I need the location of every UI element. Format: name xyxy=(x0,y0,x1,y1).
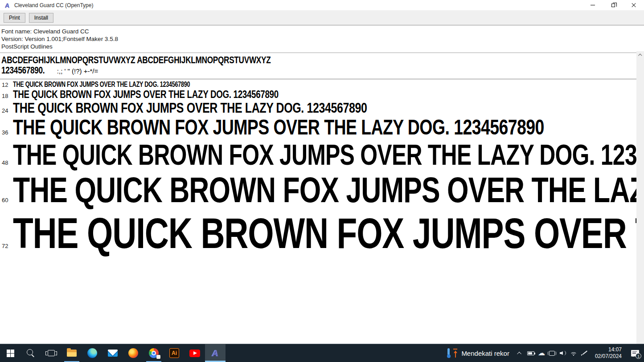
taskbar-mail[interactable] xyxy=(103,344,123,362)
tray-battery[interactable] xyxy=(525,344,536,362)
illustrator-icon: Ai xyxy=(169,348,179,358)
weather-widget[interactable]: Mendekati rekor xyxy=(441,344,515,362)
sample-size-label: 48 xyxy=(1,159,13,166)
sample-row: 36 THE QUICK BROWN FOX JUMPS OVER THE LA… xyxy=(1,116,636,139)
taskbar-empty-space xyxy=(226,344,441,362)
charset-digits-symbols: 1234567890.:,; ' " (!?) +-*/= xyxy=(1,65,636,76)
restore-icon xyxy=(611,4,615,7)
sample-row: 18 THE QUICK BROWN FOX JUMPS OVER THE LA… xyxy=(1,89,636,100)
taskbar-illustrator[interactable]: Ai xyxy=(164,344,185,362)
sample-row: 72 THE QUICK BROWN FOX JUMPS OVER THE LA… xyxy=(1,210,636,257)
toolbar: Print Install xyxy=(0,10,644,25)
action-center-button[interactable]: 1 xyxy=(626,344,644,362)
sample-row: 60 THE QUICK BROWN FOX JUMPS OVER THE LA… xyxy=(1,171,636,210)
print-button[interactable]: Print xyxy=(4,13,25,23)
font-version-line: Version: Version 1.001;Fontself Maker 3.… xyxy=(1,35,636,43)
taskbar: Ai A Mendekati rekor ☁ 14:07 02/07/2024 … xyxy=(0,344,644,362)
restore-button[interactable] xyxy=(603,0,623,10)
taskbar-clock[interactable]: 14:07 02/07/2024 xyxy=(590,344,626,362)
battery-icon xyxy=(527,351,534,355)
record-arrow-icon xyxy=(453,349,457,358)
sample-size-label: 72 xyxy=(1,243,13,249)
sample-size-label: 12 xyxy=(1,81,13,88)
start-button[interactable] xyxy=(0,344,21,362)
tray-wifi[interactable] xyxy=(568,344,579,362)
charset-symbols: :,; ' " (!?) +-*/= xyxy=(57,67,98,75)
titlebar: A Cleveland Guard CC (OpenType) xyxy=(0,0,644,10)
install-button[interactable]: Install xyxy=(29,13,53,23)
taskbar-file-explorer[interactable] xyxy=(62,344,82,362)
window-title: Cleveland Guard CC (OpenType) xyxy=(14,2,582,8)
separator xyxy=(0,53,636,53)
sample-row: 48 THE QUICK BROWN FOX JUMPS OVER THE LA… xyxy=(1,139,636,171)
sample-size-label: 36 xyxy=(1,129,13,136)
scroll-up-icon xyxy=(638,53,642,57)
sample-size-label: 18 xyxy=(1,93,13,99)
vertical-scrollbar[interactable] xyxy=(636,51,644,344)
tray-screen-cast[interactable] xyxy=(547,344,558,362)
task-view-button[interactable] xyxy=(41,344,62,362)
screen-cast-icon xyxy=(549,351,555,356)
close-button[interactable] xyxy=(623,0,644,10)
chrome-profile-badge xyxy=(156,355,160,359)
file-explorer-icon xyxy=(67,350,77,357)
clock-date: 02/07/2024 xyxy=(595,353,622,360)
font-outlines-line: PostScript Outlines xyxy=(1,43,636,50)
wifi-icon xyxy=(570,350,577,356)
youtube-icon xyxy=(189,350,200,357)
font-viewer-app-icon: A xyxy=(211,349,219,358)
sample-text: THE QUICK BROWN FOX JUMPS OVER THE LAZY … xyxy=(13,210,636,257)
font-file-icon: A xyxy=(3,2,11,9)
taskbar-chrome[interactable] xyxy=(144,344,164,362)
sample-text: THE QUICK BROWN FOX JUMPS OVER THE LAZY … xyxy=(13,116,544,139)
edge-icon xyxy=(87,348,97,358)
speaker-icon xyxy=(560,350,566,356)
charset-letters: ABCDEFGHIJKLMNOPQRSTUVWXYZ ABCDEFGHIJKLM… xyxy=(1,55,636,65)
charset-digits: 1234567890. xyxy=(1,65,45,75)
sample-text: THE QUICK BROWN FOX JUMPS OVER THE LAZY … xyxy=(13,81,190,89)
sample-row: 12 THE QUICK BROWN FOX JUMPS OVER THE LA… xyxy=(1,81,636,89)
mail-icon xyxy=(108,350,118,357)
taskbar-search-button[interactable] xyxy=(21,344,41,362)
windows-logo-icon xyxy=(7,350,14,357)
minimize-icon xyxy=(591,5,595,5)
weather-label: Mendekati rekor xyxy=(461,350,509,357)
minimize-button[interactable] xyxy=(582,0,603,10)
tray-show-hidden-icons[interactable] xyxy=(515,344,525,362)
tray-onedrive[interactable]: ☁ xyxy=(536,344,547,362)
system-tray: ☁ xyxy=(515,344,590,362)
tray-pen[interactable] xyxy=(579,344,590,362)
search-icon xyxy=(27,349,35,357)
sample-size-label: 24 xyxy=(1,107,13,114)
sample-row: 24 THE QUICK BROWN FOX JUMPS OVER THE LA… xyxy=(1,100,636,116)
close-icon xyxy=(632,3,636,8)
taskbar-firefox[interactable] xyxy=(123,344,144,362)
taskbar-edge[interactable] xyxy=(82,344,103,362)
sample-text: THE QUICK BROWN FOX JUMPS OVER THE LAZY … xyxy=(13,100,367,116)
taskbar-font-viewer[interactable]: A xyxy=(205,344,226,362)
sample-size-label: 60 xyxy=(1,197,13,203)
sample-text: THE QUICK BROWN FOX JUMPS OVER THE LAZY … xyxy=(13,139,636,171)
notification-badge: 1 xyxy=(636,353,641,359)
pen-icon xyxy=(581,350,588,357)
taskbar-youtube[interactable] xyxy=(185,344,205,362)
separator xyxy=(0,79,636,79)
firefox-icon xyxy=(128,348,138,358)
task-view-icon xyxy=(48,350,55,356)
sample-text: THE QUICK BROWN FOX JUMPS OVER THE LAZY … xyxy=(13,89,279,100)
scroll-up-button[interactable] xyxy=(636,51,644,59)
font-viewer-window: A Cleveland Guard CC (OpenType) Print In… xyxy=(0,0,644,344)
sample-text: THE QUICK BROWN FOX JUMPS OVER THE LAZY … xyxy=(13,171,636,210)
clock-time: 14:07 xyxy=(608,346,622,353)
thermometer-record-high-icon xyxy=(447,348,450,358)
chevron-up-icon xyxy=(517,351,522,356)
font-name-line: Font name: Cleveland Guard CC xyxy=(1,28,636,35)
tray-volume[interactable] xyxy=(558,344,568,362)
font-preview-area: Font name: Cleveland Guard CC Version: V… xyxy=(0,25,644,344)
onedrive-cloud-icon: ☁ xyxy=(538,350,545,357)
sample-rows: 12 THE QUICK BROWN FOX JUMPS OVER THE LA… xyxy=(1,81,636,257)
